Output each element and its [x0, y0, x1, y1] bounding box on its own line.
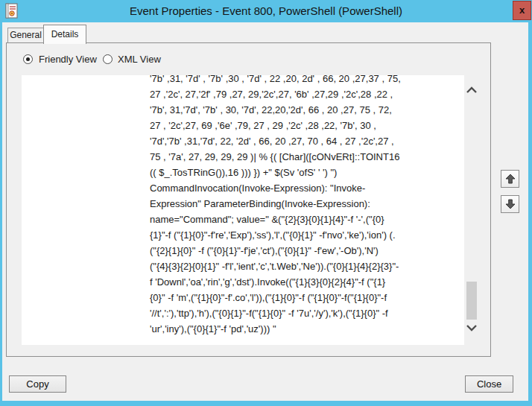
log-line: '7b' ,31, '7d' , '7b' ,30 , '7d' , 22 ,2… — [150, 75, 464, 86]
log-line: '7b', 31,'7d', '7b' , 30, '7d', 22,20,'2… — [150, 102, 464, 118]
arrow-down-icon — [505, 199, 516, 209]
log-line: (( $_.TosTRinG()),16 ))) }) +" $(Sv 'ofS… — [150, 165, 464, 180]
log-line: ("{2}{1}{0}" -f ("{0}{1}"-f'je','ct'),("… — [150, 243, 464, 258]
log-line: ("{4}{3}{2}{0}{1}" -f'l','ient','c','t.W… — [150, 258, 464, 274]
event-properties-window: Event Properties - Event 800, PowerShell… — [0, 0, 532, 406]
radio-selected-dot — [26, 57, 30, 61]
previous-event-button[interactable] — [501, 170, 519, 188]
friendly-view-radio[interactable] — [23, 54, 33, 64]
close-button[interactable]: Close — [465, 375, 513, 393]
scrollbar-thumb[interactable] — [466, 282, 477, 320]
close-window-button[interactable]: x — [513, 1, 531, 20]
tab-details[interactable]: Details — [43, 25, 86, 44]
xml-view-label[interactable]: XML View — [118, 54, 161, 65]
log-line: 27 , '2c',27, 69 ,'6e' ,79, 27 , 29 ,'2c… — [150, 118, 464, 133]
tab-general[interactable]: General — [7, 28, 44, 43]
scroll-up-chevron-icon[interactable] — [464, 85, 479, 95]
arrow-up-icon — [505, 174, 516, 184]
window-border-bottom — [0, 401, 532, 406]
titlebar[interactable]: Event Properties - Event 800, PowerShell… — [0, 0, 532, 22]
log-line: 'ur','iny'),("{0}{1}"-f 'pd','uz'))) " — [150, 321, 464, 337]
next-event-button[interactable] — [501, 195, 519, 213]
log-line: '7d','7b' ,31,'7d', 22, '2d' , 66, 20 ,2… — [150, 133, 464, 149]
window-title: Event Properties - Event 800, PowerShell… — [0, 4, 532, 17]
xml-view-radio[interactable] — [103, 54, 113, 64]
scroll-down-chevron-icon[interactable] — [464, 323, 479, 333]
friendly-view-label[interactable]: Friendly View — [39, 54, 97, 65]
window-border-left — [0, 22, 2, 406]
log-line: Expression" ParameterBinding(Invoke-Expr… — [150, 196, 464, 212]
event-data-view: '7b' ,31, '7d' , '7b' ,30 , '7d' , 22 ,2… — [22, 75, 464, 345]
log-line: CommandInvocation(Invoke-Expression): "I… — [150, 180, 464, 196]
log-line: '//t',':'),'ttp'),'h'),("{0}{1}"-f("{1}{… — [150, 305, 464, 321]
details-tab-panel: Friendly View XML View '7b' ,31, '7d' , … — [6, 42, 491, 357]
log-line: {0}" -f 'm',("{1}{0}"-f'.co','l')),("{1}… — [150, 290, 464, 305]
log-line: f 'Downl','oa','rin','g','dst').Invoke((… — [150, 274, 464, 290]
log-line: {1}"-f ("{1}{0}"-f're','Exp'),'ss'),'l',… — [150, 227, 464, 243]
copy-button[interactable]: Copy — [9, 375, 66, 393]
log-line: 75 , '7a', 27, 29, 29, 29 )| % {( [Char]… — [150, 149, 464, 165]
event-data-text: '7b' ,31, '7d' , '7b' ,30 , '7d' , 22 ,2… — [150, 75, 464, 337]
window-border-right — [528, 22, 532, 406]
log-line: name="Command"; value=" &("{2}{3}{0}{1}{… — [150, 212, 464, 227]
log-line: 27 ,'2c', 27,'2f' ,79 ,27, 29,'2c',27, '… — [150, 86, 464, 102]
